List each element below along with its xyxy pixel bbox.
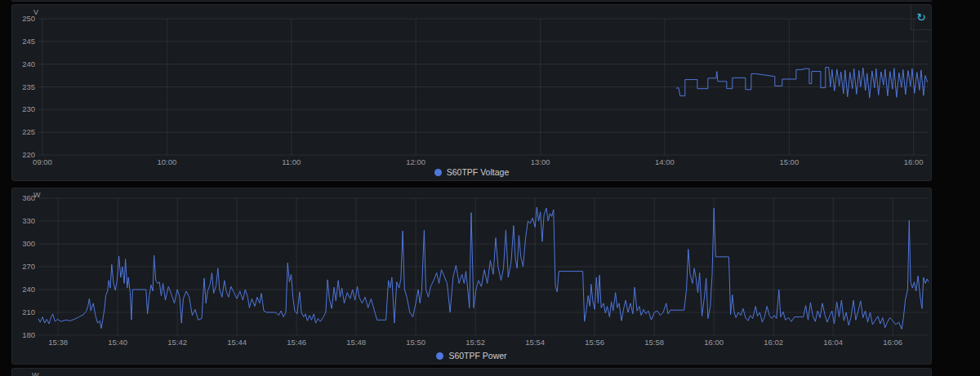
y-tick-label: 270	[22, 262, 35, 271]
series-line	[38, 207, 929, 329]
x-tick-label: 15:54	[525, 338, 545, 347]
panel-above-cut-edge	[11, 0, 932, 2]
x-tick-label: 15:46	[287, 338, 306, 347]
refresh-button[interactable]: ↻	[911, 5, 931, 30]
x-tick-label: 11:00	[282, 157, 301, 166]
x-tick-label: 09:00	[33, 157, 52, 166]
x-tick-label: 15:58	[644, 338, 664, 347]
y-tick-label: 230	[22, 104, 35, 113]
x-tick-label: 15:38	[48, 338, 68, 347]
x-tick-label: 15:50	[406, 338, 425, 347]
y-tick-label: 240	[22, 60, 35, 69]
series-legend-label: S60TPF Voltage	[447, 167, 509, 177]
series-color-dot	[434, 169, 442, 176]
y-axis-unit-label: W	[33, 191, 41, 199]
chart-legend: S60TPF Voltage	[12, 167, 931, 177]
series-color-dot	[436, 352, 443, 360]
y-tick-label: 330	[22, 216, 35, 225]
x-tick-label: 15:52	[466, 338, 485, 347]
y-tick-label: 240	[22, 285, 35, 294]
x-tick-label: 16:04	[823, 338, 843, 347]
x-tick-label: 12:00	[406, 157, 425, 166]
grafana-dashboard: { "style": { "page_bg": "#060606", "pane…	[0, 0, 980, 376]
panel-next-cut-off: W	[11, 368, 932, 376]
voltage-chart: 25024524023523022522009:0010:0011:0012:0…	[12, 5, 931, 180]
x-tick-label: 14:00	[655, 157, 675, 166]
x-tick-label: 10:00	[158, 157, 177, 166]
x-tick-label: 16:00	[904, 157, 924, 166]
series-legend-label: S60TPF Power	[448, 351, 506, 361]
x-tick-label: 16:02	[764, 338, 783, 347]
x-tick-label: 13:00	[531, 157, 550, 166]
x-tick-label: 15:00	[779, 157, 799, 166]
series-line	[676, 68, 928, 98]
refresh-icon: ↻	[916, 11, 926, 24]
y-tick-label: 235	[22, 82, 35, 91]
x-tick-label: 15:48	[346, 338, 366, 347]
y-tick-label: 210	[22, 307, 35, 316]
power-chart: 36033030027024021018015:3815:4015:4215:4…	[12, 188, 931, 364]
x-tick-label: 15:42	[167, 338, 187, 347]
chart-legend: S60TPF Power	[12, 351, 931, 361]
y-axis-unit-label: W	[32, 371, 39, 376]
y-tick-label: 300	[22, 239, 35, 248]
legend-item-voltage[interactable]: S60TPF Voltage	[434, 167, 509, 177]
y-tick-label: 225	[22, 127, 35, 136]
x-tick-label: 15:56	[585, 338, 604, 347]
x-tick-label: 16:06	[883, 338, 902, 347]
panel-power: W 36033030027024021018015:3815:4015:4215…	[11, 188, 932, 365]
y-tick-label: 180	[22, 330, 35, 339]
x-tick-label: 16:00	[704, 338, 724, 347]
x-tick-label: 15:40	[108, 338, 127, 347]
legend-item-power[interactable]: S60TPF Power	[436, 351, 506, 361]
y-axis-unit-label: V	[33, 8, 38, 16]
y-tick-label: 245	[22, 37, 35, 46]
panel-voltage: V ↻ 25024524023523022522009:0010:0011:00…	[11, 4, 932, 181]
x-tick-label: 15:44	[227, 338, 247, 347]
